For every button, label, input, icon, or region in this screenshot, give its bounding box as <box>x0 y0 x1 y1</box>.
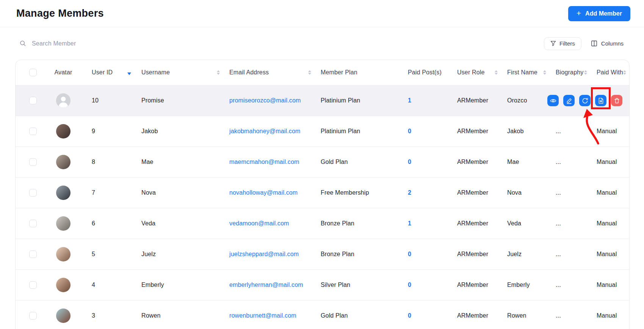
column-label: Paid Post(s) <box>408 69 442 76</box>
user-id-cell: 7 <box>86 189 136 196</box>
edit-button[interactable] <box>563 95 575 106</box>
renew-plan-button[interactable] <box>579 95 591 106</box>
row-checkbox[interactable] <box>29 220 37 227</box>
columns-button[interactable]: Columns <box>591 37 624 50</box>
sort-desc-icon[interactable] <box>127 72 131 75</box>
paid-with-cell: Manual <box>591 189 630 196</box>
column-label: Biography <box>556 69 583 76</box>
delete-button[interactable] <box>611 95 622 106</box>
paid-posts-link[interactable]: 0 <box>408 128 411 134</box>
column-header-userid[interactable]: User ID <box>86 69 136 76</box>
member-card-button[interactable] <box>595 95 606 106</box>
paid-posts-link[interactable]: 1 <box>408 97 411 104</box>
avatar <box>56 278 71 292</box>
first-name-cell: Nova <box>501 189 550 196</box>
first-name-cell: Rowen <box>501 312 550 319</box>
member-plan-cell: Silver Plan <box>315 282 402 288</box>
column-header-username[interactable]: Username <box>136 69 224 76</box>
sort-arrows-icon[interactable] <box>543 70 546 75</box>
user-id-cell: 5 <box>86 251 136 258</box>
table-toolbar: Filters Columns <box>0 27 644 60</box>
row-checkbox-cell <box>16 312 41 320</box>
paid-posts-link[interactable]: 0 <box>408 282 411 288</box>
column-header-bio[interactable]: Biography <box>550 69 591 76</box>
table-row: 3 Rowen rowenburnett@mail.com Gold Plan … <box>16 300 629 329</box>
plus-icon: + <box>577 9 581 17</box>
paid-posts-link[interactable]: 0 <box>408 251 411 257</box>
column-header-email[interactable]: Email Address <box>224 69 315 76</box>
email-link[interactable]: novaholloway@mail.com <box>229 189 298 196</box>
select-all-checkbox[interactable] <box>29 69 37 76</box>
paid-posts-link[interactable]: 2 <box>408 189 411 196</box>
row-checkbox[interactable] <box>29 128 37 135</box>
column-label: Avatar <box>55 69 72 76</box>
user-role-cell: ARMember <box>451 128 501 135</box>
paid-posts-link[interactable]: 1 <box>408 220 411 227</box>
add-member-button[interactable]: + Add Member <box>568 6 630 21</box>
filter-icon <box>550 41 556 46</box>
biography-cell: ... <box>550 312 591 319</box>
sort-arrows-icon[interactable] <box>308 70 311 75</box>
username-cell: Promise <box>136 97 224 104</box>
table-row: 5 Juelz juelzsheppard@mail.com Bronze Pl… <box>16 239 629 269</box>
toolbar-right: Filters Columns <box>544 37 624 50</box>
user-id-cell: 10 <box>86 97 136 104</box>
username-cell: Rowen <box>136 312 224 319</box>
avatar-cell <box>41 278 86 292</box>
eye-icon <box>550 98 556 104</box>
member-plan-cell: Bronze Plan <box>315 220 402 227</box>
email-link[interactable]: jakobmahoney@mail.com <box>229 128 300 134</box>
search-input[interactable] <box>32 40 202 47</box>
column-header-posts: Paid Post(s) <box>402 69 451 76</box>
column-header-paidwith[interactable]: Paid With <box>591 69 630 76</box>
row-checkbox[interactable] <box>29 312 37 320</box>
email-link[interactable]: juelzsheppard@mail.com <box>229 251 299 257</box>
column-header-role[interactable]: User Role <box>451 69 501 76</box>
paid-posts-link[interactable]: 0 <box>408 312 411 319</box>
sort-arrows-icon[interactable] <box>623 70 626 75</box>
paid-posts-cell: 0 <box>402 251 451 258</box>
username-cell: Jakob <box>136 128 224 135</box>
row-checkbox[interactable] <box>29 250 37 258</box>
column-header-plan: Member Plan <box>315 69 402 76</box>
sort-arrows-icon[interactable] <box>584 70 587 75</box>
avatar <box>56 124 71 139</box>
email-cell: jakobmahoney@mail.com <box>224 128 315 135</box>
sort-arrows-icon[interactable] <box>495 70 498 75</box>
paid-posts-cell: 0 <box>402 312 451 319</box>
user-role-cell: ARMember <box>451 282 501 288</box>
username-cell: Veda <box>136 220 224 227</box>
column-header-fname[interactable]: First Name <box>501 69 550 76</box>
filters-button[interactable]: Filters <box>544 37 581 50</box>
username-cell: Juelz <box>136 251 224 258</box>
view-button[interactable] <box>547 95 559 106</box>
email-link[interactable]: emberlyherman@mail.com <box>229 282 303 288</box>
avatar <box>56 93 71 108</box>
avatar <box>56 247 71 261</box>
row-checkbox[interactable] <box>29 97 37 104</box>
user-role-cell: ARMember <box>451 312 501 319</box>
paid-posts-link[interactable]: 0 <box>408 159 411 165</box>
user-id-cell: 3 <box>86 312 136 319</box>
column-label: Paid With <box>597 69 623 76</box>
search-box[interactable] <box>20 40 202 47</box>
column-label: First Name <box>507 69 537 76</box>
avatar <box>56 309 71 323</box>
email-link[interactable]: maemcmahon@mail.com <box>229 159 299 165</box>
email-link[interactable]: vedamoon@mail.com <box>229 220 289 227</box>
paid-with-cell: Manual <box>591 220 630 227</box>
biography-cell: ... <box>550 128 591 135</box>
row-checkbox[interactable] <box>29 189 37 197</box>
member-plan-cell: Platinium Plan <box>315 97 402 104</box>
email-link[interactable]: promiseorozco@mail.com <box>229 97 301 104</box>
user-id-cell: 9 <box>86 128 136 135</box>
row-checkbox[interactable] <box>29 158 37 166</box>
avatar-cell <box>41 309 86 323</box>
email-link[interactable]: rowenburnett@mail.com <box>229 312 296 319</box>
row-checkbox[interactable] <box>29 281 37 289</box>
user-role-cell: ARMember <box>451 159 501 165</box>
sort-arrows-icon[interactable] <box>217 70 220 75</box>
username-cell: Mae <box>136 159 224 165</box>
trash-icon <box>614 98 620 104</box>
first-name-cell: Jakob <box>501 128 550 135</box>
